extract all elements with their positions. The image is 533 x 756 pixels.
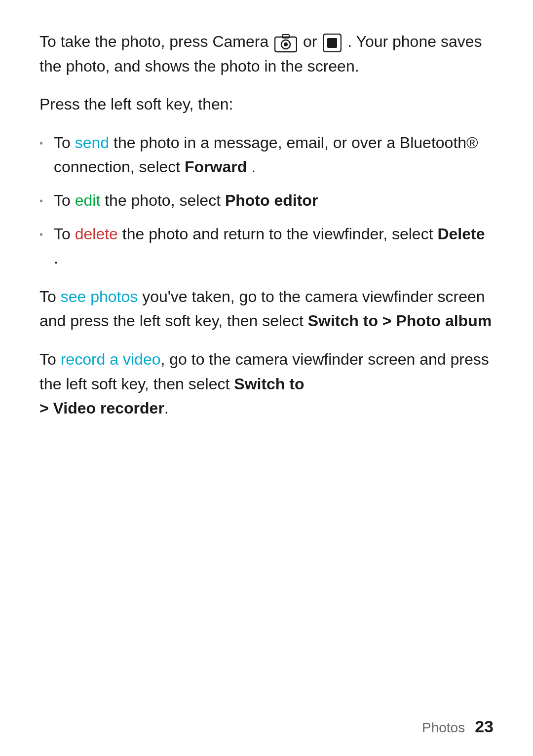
highlight-record-video: record a video <box>61 350 161 368</box>
paragraph-2: Press the left soft key, then: <box>39 92 494 117</box>
highlight-delete: delete <box>75 225 118 243</box>
bullet-content-3: To delete the photo and return to the vi… <box>54 222 494 271</box>
bold-switch-to: Switch to <box>234 375 304 393</box>
paragraph-1: To take the photo, press Camera or . You… <box>39 30 494 78</box>
svg-rect-5 <box>327 38 337 48</box>
bullet-list: • To send the photo in a message, email,… <box>39 131 494 271</box>
para1-or: or <box>303 33 317 50</box>
paragraph-3: To see photos you've taken, go to the ca… <box>39 285 494 334</box>
bold-delete: Delete <box>437 225 485 243</box>
page-content: To take the photo, press Camera or . You… <box>0 0 533 464</box>
bullet-item-2: • To edit the photo, select Photo editor <box>39 189 494 213</box>
paragraph-4: To record a video, go to the camera view… <box>39 347 494 421</box>
footer-section-label: Photos <box>422 720 465 736</box>
para1-text-before: To take the photo, press Camera <box>39 33 268 50</box>
bullet-content-2: To edit the photo, select Photo editor <box>54 189 494 213</box>
highlight-see-photos: see photos <box>61 288 138 305</box>
bullet-dot-3: • <box>39 227 43 242</box>
bullet-item-1: • To send the photo in a message, email,… <box>39 131 494 180</box>
bold-switch-photo-album: Switch to > Photo album <box>308 312 492 330</box>
bullet-content-1: To send the photo in a message, email, o… <box>54 131 494 180</box>
bullet-dot-1: • <box>39 136 43 151</box>
bold-photo-editor: Photo editor <box>225 191 318 209</box>
footer: Photos 23 <box>422 717 494 736</box>
record-button-icon <box>323 34 342 52</box>
highlight-send: send <box>75 134 109 151</box>
bold-video-recorder: > Video recorder <box>39 399 164 417</box>
camera-icon <box>274 33 297 53</box>
bullet-item-3: • To delete the photo and return to the … <box>39 222 494 271</box>
bullet-dot-2: • <box>39 193 43 209</box>
footer-page-number: 23 <box>475 717 494 736</box>
bold-forward: Forward <box>185 158 247 176</box>
highlight-edit: edit <box>75 191 101 209</box>
svg-point-3 <box>284 42 288 46</box>
